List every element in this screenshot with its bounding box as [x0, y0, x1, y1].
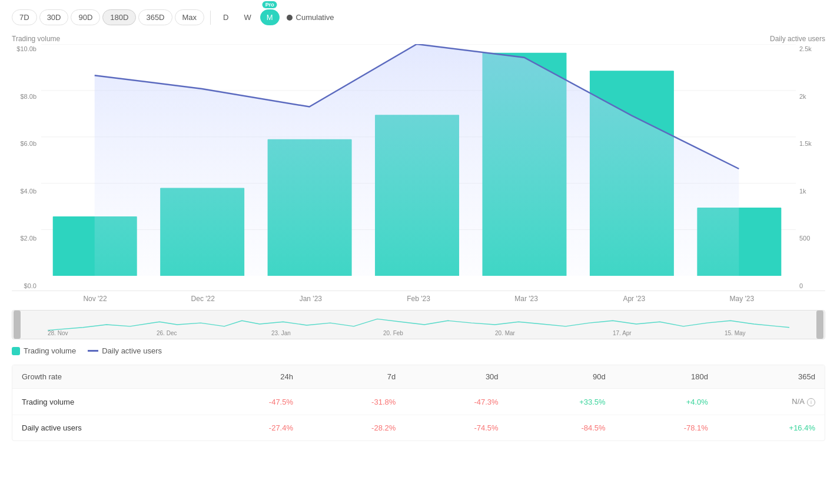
- mini-date-1: 26. Dec: [157, 330, 177, 336]
- td-val-0-4: +4.0%: [615, 389, 718, 415]
- td-val-1-2: -74.5%: [405, 415, 507, 441]
- chart-svg: [41, 44, 796, 276]
- chart-area: $10.0b $8.0b $6.0b $4.0b $2.0b $0.0: [12, 44, 825, 291]
- right-axis-title: Daily active users: [770, 35, 825, 43]
- stats-table: Growth rate 24h 7d 30d 90d 180d 365d Tra…: [12, 365, 825, 440]
- view-btn-m[interactable]: M: [260, 9, 280, 25]
- td-val-1-5: +16.4%: [718, 415, 825, 441]
- mini-date-4: 20. Mar: [495, 330, 515, 336]
- legend-color-blue: [88, 350, 98, 352]
- th-90d: 90d: [508, 365, 615, 389]
- growth-rate-table: Growth rate 24h 7d 30d 90d 180d 365d Tra…: [12, 365, 825, 441]
- x-label-1: Dec '22: [149, 295, 257, 303]
- time-btn-90d[interactable]: 90D: [71, 9, 100, 25]
- td-val-1-1: -28.2%: [303, 415, 405, 441]
- legend-color-teal: [12, 347, 20, 355]
- mini-handle-right[interactable]: [816, 311, 823, 339]
- time-btn-180d[interactable]: 180D: [102, 9, 136, 25]
- mini-date-0: 28. Nov: [48, 330, 68, 336]
- td-val-0-0: -47.5%: [200, 389, 303, 415]
- legend-item-dau: Daily active users: [88, 346, 162, 355]
- td-metric-1: Daily active users: [12, 415, 200, 441]
- th-metric: Growth rate: [12, 365, 200, 389]
- td-val-0-3: +33.5%: [508, 389, 615, 415]
- mini-date-2: 23. Jan: [271, 330, 291, 336]
- x-label-6: May '23: [688, 295, 796, 303]
- view-btn-w[interactable]: W: [237, 9, 257, 25]
- cumulative-dot-icon: [287, 15, 293, 21]
- td-val-0-1: -31.8%: [303, 389, 405, 415]
- y-label-left-3: $4.0b: [12, 188, 41, 195]
- table-row: Daily active users-27.4%-28.2%-74.5%-84.…: [12, 415, 825, 441]
- legend-label-trading-volume: Trading volume: [24, 346, 76, 355]
- th-24h: 24h: [200, 365, 303, 389]
- chart-wrapper: $10.0b $8.0b $6.0b $4.0b $2.0b $0.0: [12, 44, 825, 305]
- y-label-left-1: $8.0b: [12, 93, 41, 100]
- td-val-1-4: -78.1%: [615, 415, 718, 441]
- y-label-right-5: 0: [796, 282, 825, 289]
- y-label-right-2: 1.5k: [796, 140, 825, 147]
- x-label-2: Jan '23: [257, 295, 364, 303]
- svg-rect-20: [12, 311, 825, 339]
- y-label-right-1: 2k: [796, 93, 825, 100]
- x-label-4: Mar '23: [473, 295, 580, 303]
- th-30d: 30d: [405, 365, 507, 389]
- th-365d: 365d: [718, 365, 825, 389]
- x-labels: Nov '22 Dec '22 Jan '23 Feb '23 Mar '23 …: [12, 291, 825, 305]
- th-7d: 7d: [303, 365, 405, 389]
- y-label-left-2: $6.0b: [12, 140, 41, 147]
- left-axis-title: Trading volume: [12, 35, 60, 43]
- mini-chart-svg: [12, 311, 825, 339]
- td-val-1-3: -84.5%: [508, 415, 615, 441]
- time-btn-30d[interactable]: 30D: [39, 9, 69, 25]
- view-btn-d[interactable]: D: [217, 9, 235, 25]
- td-val-1-0: -27.4%: [200, 415, 303, 441]
- cumulative-toggle[interactable]: Cumulative: [287, 13, 334, 22]
- mini-date-5: 17. Apr: [613, 330, 632, 336]
- y-label-left-0: $10.0b: [12, 45, 41, 52]
- y-labels-left: $10.0b $8.0b $6.0b $4.0b $2.0b $0.0: [12, 44, 41, 291]
- mini-date-6: 15. May: [725, 330, 746, 336]
- x-label-0: Nov '22: [41, 295, 149, 303]
- legend-label-dau: Daily active users: [102, 346, 162, 355]
- y-label-right-0: 2.5k: [796, 45, 825, 52]
- pro-tag: Pro: [263, 1, 277, 8]
- mini-chart[interactable]: 28. Nov 26. Dec 23. Jan 20. Feb 20. Mar …: [12, 310, 825, 339]
- mini-handle-left[interactable]: [14, 311, 21, 339]
- y-labels-right: 2.5k 2k 1.5k 1k 500 0: [796, 44, 825, 291]
- pro-badge-wrapper: Pro M: [260, 9, 280, 25]
- y-label-right-3: 1k: [796, 188, 825, 195]
- cumulative-label: Cumulative: [296, 13, 334, 22]
- info-icon[interactable]: i: [807, 398, 815, 406]
- time-btn-max[interactable]: Max: [175, 9, 205, 25]
- y-label-right-4: 500: [796, 235, 825, 242]
- x-label-3: Feb '23: [364, 295, 472, 303]
- time-controls: 7D 30D 90D 180D 365D Max D W Pro M Cumul…: [12, 9, 825, 25]
- th-180d: 180d: [615, 365, 718, 389]
- chart-legend: Trading volume Daily active users: [12, 346, 825, 355]
- time-btn-7d[interactable]: 7D: [12, 9, 37, 25]
- td-val-0-5: N/Ai: [718, 389, 825, 415]
- legend-item-trading-volume: Trading volume: [12, 346, 76, 355]
- td-val-0-2: -47.3%: [405, 389, 507, 415]
- table-row: Trading volume-47.5%-31.8%-47.3%+33.5%+4…: [12, 389, 825, 415]
- td-metric-0: Trading volume: [12, 389, 200, 415]
- table-header-row: Growth rate 24h 7d 30d 90d 180d 365d: [12, 365, 825, 389]
- x-label-5: Apr '23: [580, 295, 688, 303]
- time-btn-365d[interactable]: 365D: [138, 9, 172, 25]
- y-label-left-4: $2.0b: [12, 235, 41, 242]
- chart-axis-header: Trading volume Daily active users: [12, 35, 825, 43]
- y-label-left-5: $0.0: [12, 282, 41, 289]
- mini-date-3: 20. Feb: [383, 330, 403, 336]
- divider: [210, 11, 211, 25]
